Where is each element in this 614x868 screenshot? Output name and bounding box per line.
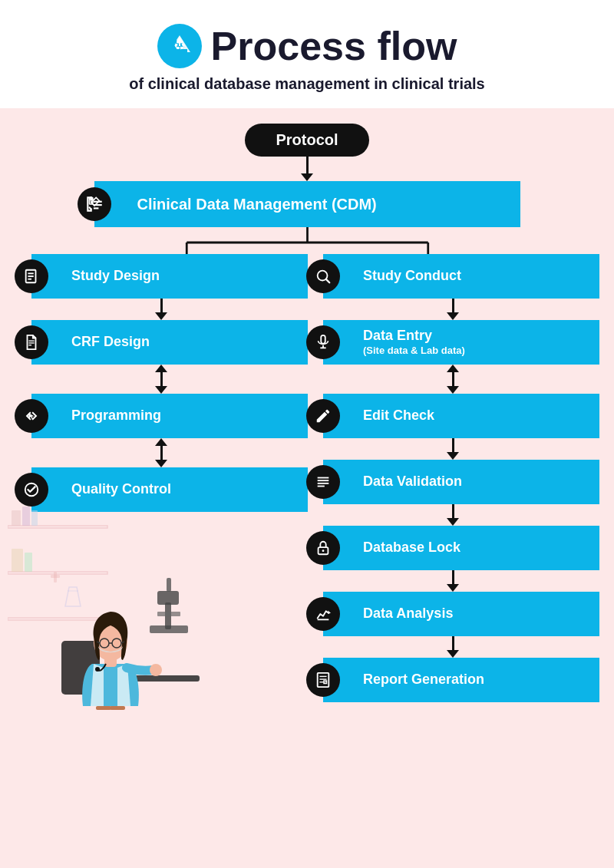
protocol-box: Protocol — [245, 124, 368, 157]
data-analysis-label: Data Analysis — [363, 606, 453, 622]
data-entry-sublabel: (Site data & Lab data) — [363, 345, 465, 357]
svg-rect-34 — [8, 572, 107, 574]
svg-rect-35 — [8, 618, 107, 620]
svg-rect-9 — [28, 276, 33, 277]
svg-rect-50 — [157, 612, 180, 616]
data-validation-label: Data Validation — [363, 474, 462, 490]
arrow-de-ec — [447, 365, 459, 394]
svg-rect-36 — [12, 510, 21, 526]
edit-check-label: Edit Check — [363, 408, 434, 424]
protocol-section: Protocol — [23, 124, 591, 254]
title-row: ♻ Process flow — [15, 23, 599, 69]
svg-rect-60 — [96, 706, 111, 710]
svg-marker-27 — [328, 610, 331, 613]
edit-check-box: Edit Check — [323, 394, 599, 438]
arrow-ec-dv — [447, 438, 459, 460]
svg-rect-40 — [25, 553, 32, 572]
illustration — [8, 464, 223, 710]
database-lock-wrapper: Database Lock — [323, 526, 599, 570]
arrow-dl-da — [447, 570, 459, 592]
flow-container: Protocol — [0, 108, 614, 725]
cdm-label: Clinical Data Management (CDM) — [137, 196, 377, 213]
study-design-box: Study Design — [31, 254, 308, 299]
data-entry-label: Data Entry — [363, 328, 465, 345]
svg-point-58 — [95, 667, 100, 672]
data-analysis-box: Data Analysis — [323, 592, 599, 636]
svg-rect-39 — [12, 549, 23, 572]
arrow-protocol-cdm — [301, 157, 313, 181]
svg-text:♻: ♻ — [173, 38, 186, 53]
report-generation-label: Report Generation — [363, 672, 484, 688]
edit-check-icon — [306, 399, 340, 433]
svg-point-59 — [150, 664, 162, 676]
svg-point-25 — [322, 550, 325, 552]
svg-rect-49 — [167, 578, 171, 592]
crf-design-icon — [15, 325, 48, 359]
recycle-icon: ♻ — [157, 24, 202, 68]
programming-icon — [15, 399, 48, 433]
data-validation-wrapper: Data Validation — [323, 460, 599, 504]
programming-box: Programming — [31, 394, 308, 438]
report-generation-box: Report Generation — [323, 658, 599, 702]
edit-check-wrapper: Edit Check — [323, 394, 599, 438]
programming-wrapper: Programming — [31, 394, 308, 438]
data-validation-icon — [306, 465, 340, 499]
svg-rect-8 — [28, 272, 33, 274]
crf-design-wrapper: CRF Design — [31, 320, 308, 365]
cdm-icon — [78, 187, 111, 221]
svg-rect-17 — [321, 335, 325, 344]
svg-rect-42 — [51, 575, 60, 578]
right-column: Study Conduct — [307, 254, 591, 702]
svg-line-32 — [325, 682, 326, 683]
database-lock-icon — [306, 531, 340, 565]
arrow-crf-prog — [155, 365, 167, 394]
arrow-prog-qc — [155, 438, 167, 467]
study-design-label: Study Design — [71, 268, 160, 285]
page-subtitle: of clinical database management in clini… — [15, 75, 599, 93]
study-design-icon — [15, 259, 48, 293]
study-conduct-wrapper: Study Conduct — [323, 254, 599, 299]
svg-rect-38 — [31, 510, 38, 526]
study-conduct-icon — [306, 259, 340, 293]
report-generation-icon — [306, 663, 340, 697]
programming-label: Programming — [71, 408, 161, 424]
crf-design-label: CRF Design — [71, 334, 150, 351]
data-analysis-wrapper: Data Analysis — [323, 592, 599, 636]
data-analysis-icon — [306, 597, 340, 631]
database-lock-box: Database Lock — [323, 526, 599, 570]
study-design-wrapper: Study Design — [31, 254, 308, 299]
report-generation-wrapper: Report Generation — [323, 658, 599, 702]
svg-rect-28 — [318, 673, 329, 687]
svg-line-16 — [326, 279, 329, 282]
cdm-wrapper: Clinical Data Management (CDM) — [94, 181, 520, 227]
data-entry-wrapper: Data Entry (Site data & Lab data) — [323, 320, 599, 365]
data-entry-icon — [306, 325, 340, 359]
svg-rect-33 — [8, 526, 107, 528]
database-lock-label: Database Lock — [363, 540, 460, 556]
arrow-da-rg — [447, 636, 459, 658]
page-title: Process flow — [211, 23, 457, 69]
arrow-sd-crf — [155, 299, 167, 320]
data-entry-box: Data Entry (Site data & Lab data) — [323, 320, 599, 365]
crf-design-box: CRF Design — [31, 320, 308, 365]
svg-rect-37 — [22, 507, 30, 526]
protocol-wrapper: Protocol — [245, 124, 368, 157]
svg-rect-48 — [157, 591, 179, 605]
arrow-sc-de — [447, 299, 459, 320]
data-entry-content: Data Entry (Site data & Lab data) — [363, 328, 465, 356]
cdm-box: Clinical Data Management (CDM) — [94, 181, 520, 227]
arrow-dv-dl — [447, 504, 459, 526]
data-validation-box: Data Validation — [323, 460, 599, 504]
svg-rect-61 — [110, 706, 125, 710]
study-conduct-box: Study Conduct — [323, 254, 599, 299]
branch-connector — [94, 227, 520, 254]
svg-rect-10 — [28, 279, 31, 280]
study-conduct-label: Study Conduct — [363, 268, 461, 285]
header-section: ♻ Process flow of clinical database mana… — [0, 0, 614, 108]
